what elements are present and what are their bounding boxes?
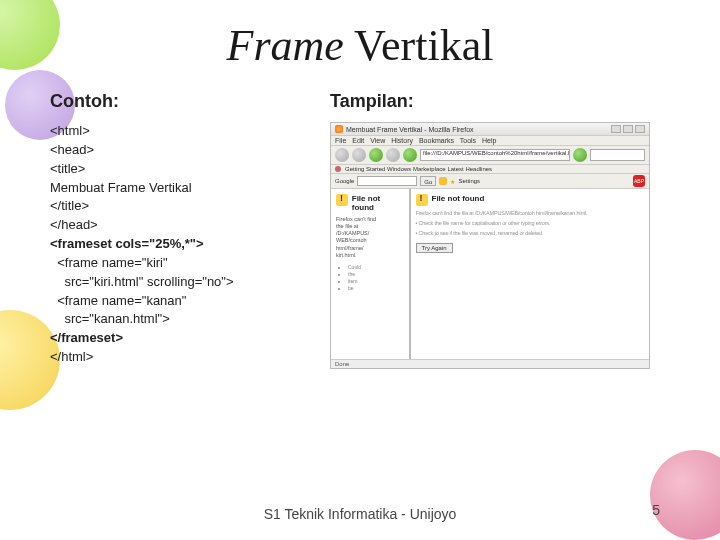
try-again-button[interactable]: Try Again bbox=[416, 243, 453, 253]
frame-left: File not found Firefox can't find the fi… bbox=[331, 189, 411, 359]
address-bar[interactable]: file:///D:/KAMPUS/WEB/contoh%20html/fram… bbox=[420, 149, 570, 161]
left-bullets: Could the item be bbox=[336, 264, 404, 292]
search-box[interactable] bbox=[590, 149, 645, 161]
google-go-button[interactable]: Go bbox=[420, 176, 436, 186]
status-bar: Done bbox=[331, 359, 649, 368]
right-error-msg: Firefox can't find the file at /D:/KAMPU… bbox=[416, 210, 645, 217]
right-heading: Tampilan: bbox=[330, 91, 670, 112]
browser-toolbar: file:///D:/KAMPUS/WEB/contoh%20html/fram… bbox=[331, 146, 649, 165]
bookmark-star-icon[interactable]: ★ bbox=[450, 178, 455, 185]
right-error-b2: • Check to see if the file was moved, re… bbox=[416, 230, 645, 237]
title-italic: Frame bbox=[227, 21, 344, 70]
right-error-b1: • Check the file name for capitalisation… bbox=[416, 220, 645, 227]
browser-window: Membuat Frame Vertikal - Mozilla Firefox… bbox=[330, 122, 650, 369]
title-normal: Vertikal bbox=[344, 21, 494, 70]
frame-right: File not found Firefox can't find the fi… bbox=[411, 189, 650, 359]
google-label: Google bbox=[335, 178, 354, 184]
google-input[interactable] bbox=[357, 176, 417, 186]
google-icon bbox=[439, 177, 447, 185]
google-settings[interactable]: Settings bbox=[458, 178, 480, 184]
stop-button[interactable] bbox=[386, 148, 400, 162]
back-button[interactable] bbox=[335, 148, 349, 162]
warning-icon bbox=[416, 194, 428, 206]
page-number: 5 bbox=[652, 502, 660, 518]
right-error-title: File not found bbox=[432, 194, 485, 203]
decor-circle-pink bbox=[650, 450, 720, 540]
min-button[interactable] bbox=[611, 125, 621, 133]
bookmarks-bar[interactable]: Getting Started Windows Marketplace Late… bbox=[331, 165, 649, 174]
browser-titlebar: Membuat Frame Vertikal - Mozilla Firefox bbox=[331, 123, 649, 136]
browser-menubar[interactable]: File Edit View History Bookmarks Tools H… bbox=[331, 136, 649, 146]
max-button[interactable] bbox=[623, 125, 633, 133]
left-heading: Contoh: bbox=[50, 91, 310, 112]
code-sample: <html> <head> <title> Membuat Frame Vert… bbox=[50, 122, 310, 367]
bookmarks-text: Getting Started Windows Marketplace Late… bbox=[345, 166, 492, 172]
bookmark-icon bbox=[335, 166, 341, 172]
abp-icon[interactable]: ABP bbox=[633, 175, 645, 187]
close-button[interactable] bbox=[635, 125, 645, 133]
left-error-text: Firefox can't find the file at /D:/KAMPU… bbox=[336, 216, 404, 259]
forward-button[interactable] bbox=[352, 148, 366, 162]
footer-text: S1 Teknik Informatika - Unijoyo bbox=[0, 506, 720, 522]
go-button[interactable] bbox=[573, 148, 587, 162]
window-title: Membuat Frame Vertikal - Mozilla Firefox bbox=[346, 126, 474, 133]
reload-button[interactable] bbox=[369, 148, 383, 162]
left-error-title: File not found bbox=[352, 194, 404, 212]
warning-icon bbox=[336, 194, 348, 206]
slide-title: Frame Vertikal bbox=[50, 20, 670, 71]
home-button[interactable] bbox=[403, 148, 417, 162]
google-toolbar: Google Go ★ Settings ABP bbox=[331, 174, 649, 189]
firefox-icon bbox=[335, 125, 343, 133]
